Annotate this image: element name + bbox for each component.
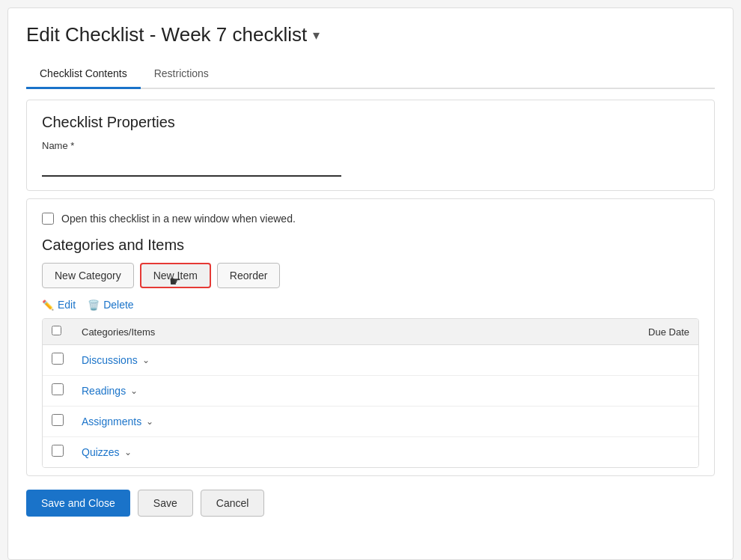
header-check-col — [52, 325, 82, 338]
tab-restrictions[interactable]: Restrictions — [141, 60, 222, 89]
readings-label: Readings — [82, 385, 126, 397]
chevron-down-icon-discussions: ⌄ — [142, 355, 150, 365]
row-name-readings[interactable]: Readings ⌄ — [82, 385, 615, 397]
checklist-properties-title: Checklist Properties — [42, 114, 699, 131]
pencil-icon — [42, 299, 54, 311]
page-title: Edit Checklist - Week 7 checklist ▾ — [26, 23, 715, 46]
save-button[interactable]: Save — [138, 490, 193, 517]
row-check-readings — [52, 383, 82, 398]
categories-section-title: Categories and Items — [42, 237, 699, 254]
name-input[interactable] — [42, 154, 341, 177]
name-label: Name * — [42, 140, 699, 151]
save-and-close-button[interactable]: Save and Close — [26, 490, 130, 517]
checklist-properties-section: Checklist Properties Name * — [26, 100, 715, 191]
table-header: Categories/Items Due Date — [43, 319, 698, 345]
cancel-button[interactable]: Cancel — [201, 490, 265, 517]
categories-section: Categories and Items New Category New It… — [42, 237, 699, 468]
row-name-discussions[interactable]: Discussions ⌄ — [82, 354, 615, 366]
table-row: Assignments ⌄ — [43, 407, 698, 437]
trash-icon — [88, 299, 100, 311]
action-buttons-row: New Category New Item ☛ Reorder — [42, 263, 699, 288]
tab-checklist-contents[interactable]: Checklist Contents — [26, 60, 141, 89]
page-title-text: Edit Checklist - Week 7 checklist — [26, 23, 307, 46]
row-name-quizzes[interactable]: Quizzes ⌄ — [82, 446, 615, 458]
open-new-window-row: Open this checklist in a new window when… — [42, 213, 699, 225]
new-item-button[interactable]: New Item ☛ — [140, 263, 211, 288]
checkbox-readings[interactable] — [52, 383, 64, 395]
edit-link[interactable]: Edit — [42, 299, 76, 311]
edit-delete-links: Edit Delete — [42, 299, 699, 311]
chevron-down-icon-assignments: ⌄ — [146, 416, 153, 427]
select-all-checkbox[interactable] — [52, 326, 61, 335]
row-check-quizzes — [52, 445, 82, 460]
footer-buttons: Save and Close Save Cancel — [26, 490, 715, 517]
categories-table: Categories/Items Due Date Discussions ⌄ — [42, 318, 699, 468]
chevron-down-icon-quizzes: ⌄ — [124, 447, 132, 457]
open-new-window-label: Open this checklist in a new window when… — [61, 213, 296, 225]
header-categories-col: Categories/Items — [82, 326, 615, 338]
tabs-bar: Checklist Contents Restrictions — [26, 60, 715, 89]
discussions-label: Discussions — [82, 354, 138, 366]
header-due-date-col: Due Date — [615, 326, 689, 338]
checkbox-assignments[interactable] — [52, 414, 64, 426]
quizzes-label: Quizzes — [82, 446, 120, 458]
title-dropdown-arrow[interactable]: ▾ — [313, 27, 320, 43]
checkbox-quizzes[interactable] — [52, 445, 64, 457]
checkbox-discussions[interactable] — [52, 353, 64, 365]
page-container: Edit Checklist - Week 7 checklist ▾ Chec… — [7, 7, 734, 560]
new-category-button[interactable]: New Category — [42, 263, 134, 288]
edit-label: Edit — [58, 299, 76, 311]
delete-link[interactable]: Delete — [88, 299, 133, 311]
reorder-button[interactable]: Reorder — [217, 263, 281, 288]
assignments-label: Assignments — [82, 416, 141, 427]
delete-label: Delete — [103, 299, 133, 311]
row-check-assignments — [52, 414, 82, 429]
table-row: Discussions ⌄ — [43, 345, 698, 376]
row-name-assignments[interactable]: Assignments ⌄ — [82, 416, 615, 427]
row-check-discussions — [52, 353, 82, 368]
table-row: Quizzes ⌄ — [43, 437, 698, 467]
chevron-down-icon-readings: ⌄ — [130, 386, 138, 396]
table-row: Readings ⌄ — [43, 376, 698, 407]
open-new-window-checkbox[interactable] — [42, 213, 54, 225]
open-new-window-section: Open this checklist in a new window when… — [26, 198, 715, 476]
